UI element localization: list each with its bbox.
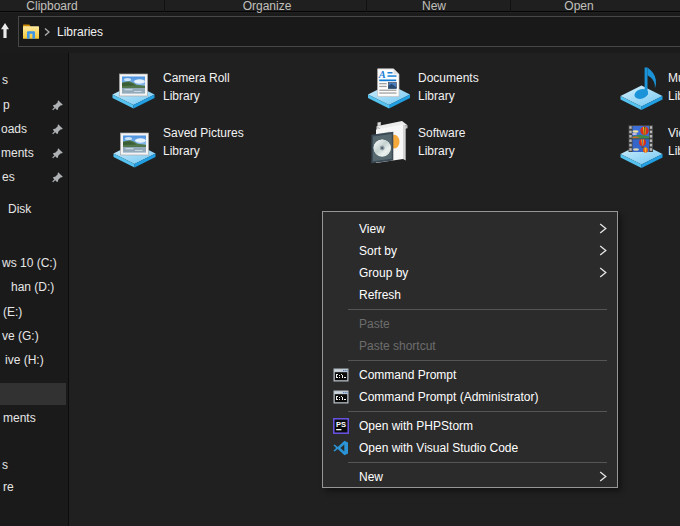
svg-text:A: A bbox=[378, 69, 386, 80]
svg-text:PS: PS bbox=[336, 420, 346, 429]
